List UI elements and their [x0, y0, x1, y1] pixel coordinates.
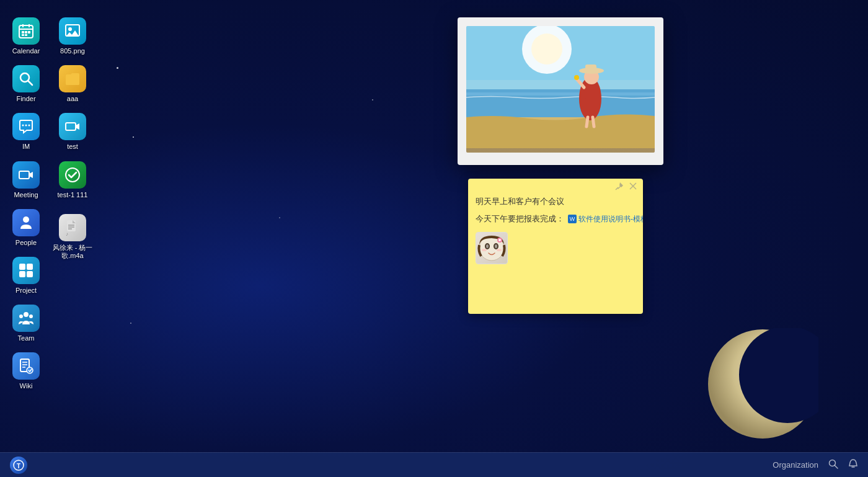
star	[117, 67, 118, 69]
taskbar-logo[interactable]: T	[10, 457, 27, 474]
taskbar-left: T	[10, 457, 27, 474]
taskbar-right: Organization	[773, 459, 858, 471]
svg-rect-35	[67, 220, 76, 231]
svg-point-43	[531, 33, 562, 65]
svg-rect-17	[19, 171, 29, 179]
test111-icon-img	[59, 161, 86, 189]
svg-rect-45	[466, 92, 655, 96]
desktop-icon-project[interactable]: Project	[3, 252, 49, 300]
star	[130, 323, 131, 324]
sticky-line1: 明天早上和客户有个会议	[476, 196, 636, 207]
svg-rect-21	[19, 271, 25, 277]
sticky-link-text: 软件使用说明书-模板.doc	[578, 214, 643, 225]
desktop-icon-team[interactable]: Team	[3, 300, 49, 347]
svg-text:♪: ♪	[66, 231, 68, 236]
svg-line-54	[587, 117, 588, 127]
svg-point-34	[66, 168, 79, 182]
svg-point-23	[24, 312, 29, 317]
project-icon-img	[12, 257, 40, 284]
desktop-icon-test111[interactable]: test-1 111	[50, 156, 95, 204]
svg-point-16	[29, 125, 30, 127]
desktop-icon-calendar[interactable]: Calendar	[3, 12, 49, 60]
sticky-note: 明天早上和客户有个会议 今天下午要把报表完成： W 软件使用说明书-模板.doc	[468, 179, 643, 314]
calendar-label: Calendar	[12, 47, 40, 55]
calendar-icon-img	[12, 17, 40, 45]
svg-point-18	[23, 216, 29, 223]
desktop-icon-805[interactable]: 805.png	[50, 12, 95, 60]
desktop: Calendar Finder IM	[0, 0, 868, 477]
svg-rect-48	[584, 83, 596, 99]
desktop-icon-fengxulai[interactable]: ♪ 风徐来 - 杨一歌.m4a	[50, 209, 95, 265]
desktop-icon-aaa[interactable]: aaa	[50, 60, 95, 108]
finder-label: Finder	[16, 95, 35, 103]
sticky-thumbnail	[476, 232, 508, 264]
svg-point-24	[19, 314, 23, 318]
doc-link-icon: W	[568, 215, 577, 223]
project-label: Project	[16, 287, 37, 295]
svg-rect-10	[22, 34, 24, 36]
805-icon-img	[59, 17, 86, 45]
test-label: test	[67, 143, 78, 151]
sticky-close-button[interactable]	[628, 181, 638, 191]
people-icon-img	[12, 209, 40, 236]
test-icon-img	[59, 113, 86, 140]
people-label: People	[16, 239, 37, 247]
notification-taskbar-icon[interactable]	[848, 459, 858, 471]
svg-point-62	[486, 244, 489, 248]
star	[133, 136, 134, 138]
svg-line-55	[593, 117, 594, 127]
svg-point-64	[482, 249, 487, 251]
org-label: Organization	[773, 460, 818, 470]
svg-rect-33	[66, 123, 76, 130]
svg-point-25	[29, 314, 33, 318]
svg-point-53	[574, 75, 579, 80]
desktop-icon-wiki[interactable]: Wiki	[3, 347, 49, 395]
team-label: Team	[18, 334, 35, 342]
sticky-pin-button[interactable]	[614, 181, 624, 191]
svg-point-67	[498, 239, 501, 241]
desktop-icon-people[interactable]: People	[3, 204, 49, 252]
svg-point-14	[22, 125, 24, 127]
star	[372, 99, 373, 100]
fengxulai-icon-img: ♪	[59, 214, 86, 241]
test111-label: test-1 111	[58, 191, 88, 199]
desktop-icons-col1: Calendar Finder IM	[0, 6, 52, 402]
moon	[707, 328, 818, 440]
svg-rect-8	[25, 31, 27, 33]
svg-rect-20	[27, 264, 33, 270]
search-taskbar-icon[interactable]	[828, 459, 838, 471]
im-icon-img	[12, 113, 40, 140]
photo-frame[interactable]	[458, 17, 663, 165]
meeting-icon-img	[12, 161, 40, 189]
desktop-icon-test[interactable]: test	[50, 108, 95, 156]
svg-text:T: T	[17, 463, 20, 470]
svg-point-65	[497, 249, 502, 251]
svg-rect-51	[585, 65, 596, 73]
desktop-icon-im[interactable]: IM	[3, 108, 49, 156]
aaa-label: aaa	[67, 95, 78, 103]
svg-line-13	[29, 81, 33, 86]
svg-line-71	[835, 465, 838, 468]
wiki-icon-img	[12, 352, 40, 380]
desktop-icon-finder[interactable]: Finder	[3, 60, 49, 108]
sticky-body: 明天早上和客户有个会议 今天下午要把报表完成： W 软件使用说明书-模板.doc	[468, 194, 643, 272]
desktop-icons-col2: 805.png aaa test	[46, 6, 99, 271]
meeting-label: Meeting	[14, 191, 38, 199]
svg-rect-11	[25, 34, 27, 36]
sticky-line2-prefix: 今天下午要把报表完成：	[476, 213, 564, 225]
svg-rect-9	[28, 31, 30, 33]
sticky-doc-link[interactable]: W 软件使用说明书-模板.doc	[568, 214, 643, 225]
svg-rect-19	[19, 264, 25, 270]
svg-point-63	[495, 244, 497, 248]
sticky-thumb-inner	[476, 233, 507, 264]
photo-inner	[466, 26, 655, 153]
svg-point-30	[27, 367, 33, 373]
svg-rect-7	[22, 31, 24, 33]
taskbar: T Organization	[0, 452, 868, 477]
desktop-icon-meeting[interactable]: Meeting	[3, 156, 49, 204]
805-label: 805.png	[60, 47, 85, 55]
sticky-line2: 今天下午要把报表完成： W 软件使用说明书-模板.doc	[476, 213, 636, 225]
team-icon-img	[12, 305, 40, 332]
finder-icon-img	[12, 65, 40, 92]
aaa-icon-img	[59, 65, 86, 92]
